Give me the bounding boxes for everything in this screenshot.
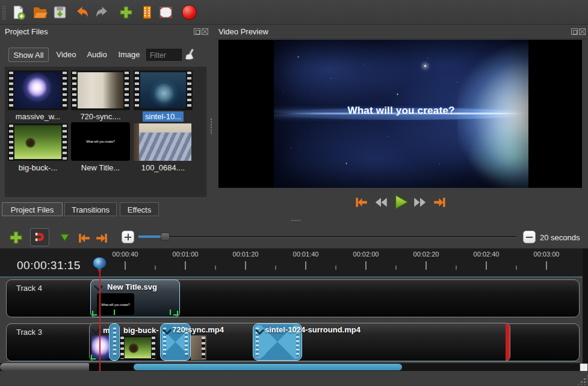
ruler-label: 00:02:00 [345,251,387,258]
zoom-out-button[interactable] [523,231,536,243]
tab-effects[interactable]: Effects [120,202,159,216]
file-label: big-buck-... [8,163,68,172]
float-preview-icon[interactable] [571,28,578,35]
choose-profile-button[interactable] [140,5,155,20]
toolbar-grip[interactable] [2,5,6,20]
add-track-button[interactable] [8,230,23,245]
light-streak [274,113,528,114]
fullscreen-button[interactable] [158,5,173,20]
playhead-marker[interactable] [92,257,107,273]
jump-to-end-button[interactable] [432,195,448,210]
timeline-scrollbar-handle[interactable] [134,364,402,370]
redo-button[interactable] [94,5,110,20]
snapping-toggle-button[interactable] [30,228,49,246]
ruler-label: 00:02:20 [405,251,447,258]
play-button[interactable] [391,193,410,211]
filter-tab-show-all[interactable]: Show All [8,48,49,62]
close-panel-icon[interactable] [202,28,208,35]
clip-label: New Title.svg [107,282,157,291]
filter-input[interactable]: Filter [146,49,182,61]
file-item-bigbuck[interactable]: big-buck-... [8,123,68,173]
zoom-scale-label: 20 seconds [540,233,580,242]
center-playhead-button[interactable] [122,231,134,243]
file-thumbnail [8,70,68,110]
horizontal-splitter-handle[interactable] [291,219,300,222]
file-item-photo[interactable]: 100_0684.... [134,123,193,173]
divider [214,39,588,39]
file-thumbnail [71,70,130,110]
scrollbar-gap [89,363,134,371]
openshot-window: Project Files Show All Video Audio Image… [0,0,588,386]
video-preview-area[interactable]: What will you create? [218,40,582,188]
playhead-line[interactable] [99,272,101,372]
file-thumbnail [134,123,191,161]
filter-tab-image[interactable]: Image [115,48,143,62]
track-name: Track 4 [16,284,42,293]
filter-tab-video[interactable]: Video [54,48,79,62]
ruler-label: 00:03:00 [525,251,568,258]
transition-small[interactable] [109,323,120,361]
clip-thumbnail [191,335,206,360]
filter-tab-audio[interactable]: Audio [83,48,111,62]
divider [6,361,580,362]
scrollbar-left-cap [0,363,89,371]
fast-forward-button[interactable] [412,195,428,210]
clip-new-title[interactable]: New Title.svg What will you create? [90,279,180,317]
clip-trim-edge[interactable] [506,323,510,361]
zoom-slider-handle[interactable] [161,232,170,241]
stars [274,40,274,40]
previous-marker-button[interactable] [76,231,91,246]
file-item-newtitle[interactable]: What will you create? New Title... [71,122,130,173]
file-thumbnail [134,70,193,110]
save-project-button[interactable] [52,5,67,20]
video-overlay-text: What will you create? [274,105,528,117]
vertical-scrollbar-track[interactable] [583,249,588,363]
float-panel-icon[interactable] [194,28,200,35]
rewind-button[interactable] [373,195,389,210]
scrollbar-corner [580,364,587,371]
ruler-label: 00:02:40 [465,251,507,258]
project-files-panel-title: Project Files [5,27,48,36]
add-marker-button[interactable] [59,232,70,243]
aurora-glow [467,117,528,188]
file-thumbnail [8,123,68,161]
close-preview-icon[interactable] [579,28,586,35]
ruler-label: 00:01:40 [285,251,327,258]
next-marker-button[interactable] [94,231,110,246]
file-label: 100_0684.... [134,163,193,172]
clear-filter-broom-icon[interactable] [182,48,196,62]
ruler-label: 00:00:40 [104,251,146,258]
clip-label-sintel: sintel-1024-surround.mp4 [265,325,361,334]
zoom-slider-fill [138,235,162,238]
jump-to-start-button[interactable] [353,195,369,210]
bright-star [424,65,426,67]
new-project-button[interactable] [11,5,26,20]
clip-label-bigbuck: big-buck- [123,326,159,335]
video-preview-panel-title: Video Preview [218,27,268,36]
file-label: massive_w... [8,112,68,121]
light-streak-glow [274,108,528,120]
vertical-splitter-handle[interactable] [210,118,212,134]
window-resize-grip[interactable] [577,375,587,385]
export-video-button[interactable] [182,5,197,20]
light-burst [457,43,528,188]
file-label: 720-sync.... [71,112,130,121]
ruler-label: 00:01:20 [224,251,267,258]
clip-menu-chevron-icon[interactable] [94,282,104,291]
clip-thumbnail: What will you create? [97,293,134,315]
file-item-massive[interactable]: massive_w... [8,70,68,122]
file-label: New Title... [71,163,130,172]
tab-transitions[interactable]: Transitions [64,202,117,216]
tab-project-files[interactable]: Project Files [2,202,63,216]
file-item-sintel[interactable]: sintel-10... [134,70,193,122]
file-thumbnail: What will you create? [71,122,130,161]
current-timecode: 00:00:31:15 [17,259,81,272]
divider [0,276,588,278]
zoom-slider[interactable] [138,236,516,238]
undo-button[interactable] [75,5,90,20]
video-frame: What will you create? [274,40,528,188]
clip-label-720: 720-sync.mp4 [172,325,224,334]
file-item-720sync[interactable]: 720-sync.... [71,70,130,122]
open-project-button[interactable] [32,5,48,20]
import-files-button[interactable] [119,5,134,20]
